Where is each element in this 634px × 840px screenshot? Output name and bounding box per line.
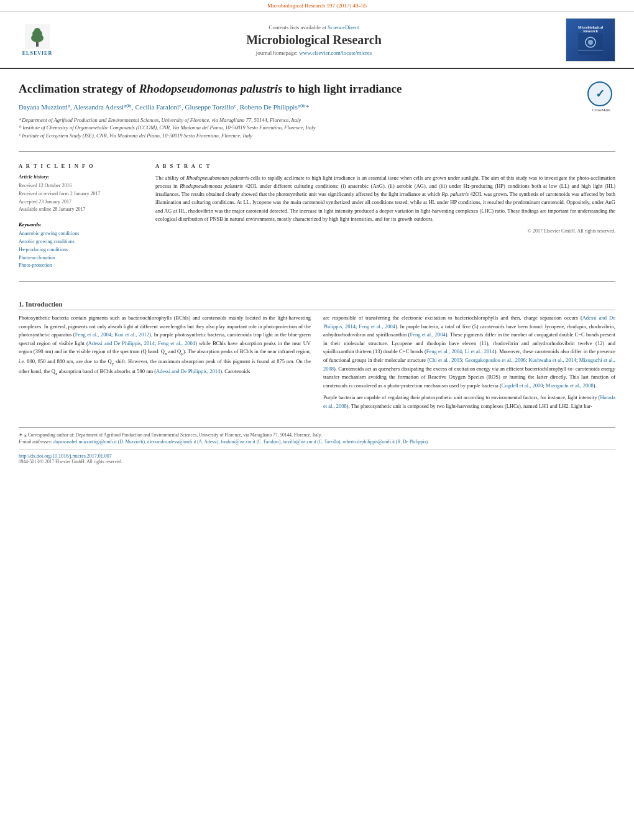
keywords-section: Keywords: Anaerobic growing conditions A… xyxy=(19,221,143,270)
article-info-panel: A R T I C L E I N F O Article history: R… xyxy=(19,163,143,270)
keyword-3: H₂-producing conditions xyxy=(19,246,143,254)
footnotes-section: ✶ ⁎ Corresponding author at: Department … xyxy=(19,427,615,465)
affiliation-c: ᶜ Institute of Ecosystem Study (ISE), CN… xyxy=(19,132,578,140)
abstract-divider xyxy=(19,281,615,282)
ref-kushwaha2014[interactable]: Kushwaha et al., 2014 xyxy=(528,357,576,363)
intro-two-column: Photosynthetic bacteria contain pigments… xyxy=(19,314,615,415)
info-abstract-section: A R T I C L E I N F O Article history: R… xyxy=(0,157,634,276)
history-accepted: Accepted 23 January 2017 xyxy=(19,198,143,206)
keyword-2: Aerobic growing conditions xyxy=(19,238,143,246)
corresponding-marker: ✶ xyxy=(19,432,24,438)
cover-graphic-icon xyxy=(578,33,603,55)
intro-col-right: are responsible of transferring the elec… xyxy=(323,314,615,415)
intro-para-left: Photosynthetic bacteria contain pigments… xyxy=(19,314,311,377)
email-links[interactable]: dayanaisabel.muzziottigi@unifi.it (D. Mu… xyxy=(53,439,429,445)
article-info-heading: A R T I C L E I N F O xyxy=(19,163,143,169)
ref-feng2004-5[interactable]: Feng et al., 2004 xyxy=(426,348,462,354)
journal-issue-info: Microbiological Research 197 (2017) 49–5… xyxy=(267,2,367,9)
intro-para-right-1: are responsible of transferring the elec… xyxy=(323,314,615,390)
abstract-panel: A B S T R A C T The ability of Rhodopseu… xyxy=(155,163,615,270)
ref-adessi2014-2[interactable]: Adessi and De Philippis, 2014 xyxy=(156,368,220,374)
ref-mizoguchi2008-2[interactable]: Mizoguchi et al., 2008 xyxy=(546,382,594,389)
doi-link[interactable]: http://dx.doi.org/10.1016/j.micres.2017.… xyxy=(19,453,112,459)
abstract-heading: A B S T R A C T xyxy=(155,163,615,169)
journal-title-block: Contents lists available at ScienceDirec… xyxy=(68,24,559,56)
intro-col-left: Photosynthetic bacteria contain pigments… xyxy=(19,314,311,415)
article-title: Acclimation strategy of Rhodopseudomonas… xyxy=(19,81,578,97)
footnote-divider xyxy=(19,449,615,450)
sciencedirect-link[interactable]: ScienceDirect xyxy=(328,24,359,30)
ref-georgakopoulou2006[interactable]: Georgakopoulou et al., 2006 xyxy=(465,357,526,363)
affiliation-b: ᵇ Institute of Chemistry of Organometall… xyxy=(19,124,578,132)
ref-chi2015[interactable]: Chi et al., 2015 xyxy=(429,357,462,363)
contents-available-line: Contents lists available at ScienceDirec… xyxy=(68,24,559,30)
ref-cogdell2000[interactable]: Cogdell et al., 2000 xyxy=(502,382,543,389)
journal-name: Microbiological Research xyxy=(68,33,559,47)
header-divider xyxy=(19,151,615,152)
ref-feng2004-3[interactable]: Feng et al., 2004 xyxy=(359,323,395,330)
crossmark-label: CrossMark xyxy=(587,108,615,112)
article-header: Acclimation strategy of Rhodopseudomonas… xyxy=(0,69,634,146)
intro-para-right-2: Purple bacteria are capable of regulatin… xyxy=(323,394,615,410)
main-content: 1. Introduction Photosynthetic bacteria … xyxy=(0,287,634,421)
history-online: Available online 28 January 2017 xyxy=(19,206,143,214)
ref-li2014[interactable]: Li et al., 2014 xyxy=(465,348,495,354)
crossmark-logo-block[interactable]: ✓ CrossMark xyxy=(587,81,615,109)
svg-point-7 xyxy=(588,40,593,45)
history-received: Received 12 October 2016 xyxy=(19,182,143,190)
intro-number: 1. xyxy=(19,300,24,308)
keyword-1: Anaerobic growing conditions xyxy=(19,230,143,238)
svg-point-4 xyxy=(34,28,40,33)
elsevier-logo: ELSEVIER xyxy=(22,24,52,56)
keyword-4: Photo-acclimation xyxy=(19,254,143,262)
email-label: E-mail addresses: xyxy=(19,439,52,445)
ref-adessi2014-1[interactable]: Adessi and De Philippis, 2014 xyxy=(88,340,155,346)
ref-feng2004-4[interactable]: Feng et al., 2004 xyxy=(410,331,445,338)
article-history-label: Article history: xyxy=(19,174,143,180)
journal-homepage-link[interactable]: www.elsevier.com/locate/micres xyxy=(299,50,372,56)
journal-homepage-line: journal homepage: www.elsevier.com/locat… xyxy=(68,50,559,56)
authors-line: Dayana Muzziottiᵃ, Alessandra Adessiᵃ⁰ᵇ,… xyxy=(19,103,578,111)
copyright-notice: © 2017 Elsevier GmbH. All rights reserve… xyxy=(155,228,615,234)
elsevier-logo-block: ELSEVIER xyxy=(12,24,62,56)
doi-line: http://dx.doi.org/10.1016/j.micres.2017.… xyxy=(19,453,615,459)
affiliations-block: ᵃ Department of Agrifood Production and … xyxy=(19,116,578,140)
crossmark-icon: ✓ xyxy=(587,81,612,106)
page: Microbiological Research 197 (2017) 49–5… xyxy=(0,0,634,840)
history-revised: Received in revised form 2 January 2017 xyxy=(19,190,143,198)
keywords-label: Keywords: xyxy=(19,221,143,228)
elsevier-tree-icon xyxy=(25,24,50,49)
ref-kuo2012[interactable]: Kuo et al., 2012 xyxy=(114,331,149,338)
issn-line: 0944-5013/© 2017 Elsevier GmbH. All righ… xyxy=(19,459,615,464)
affiliation-a: ᵃ Department of Agrifood Production and … xyxy=(19,116,578,124)
abstract-body: The ability of Rhodopseudomonas palustri… xyxy=(155,174,615,223)
journal-header: ELSEVIER Contents lists available at Sci… xyxy=(0,12,634,69)
ref-harada2008[interactable]: Harada et al., 2008 xyxy=(323,394,615,409)
corresponding-author-footnote: ✶ ⁎ Corresponding author at: Department … xyxy=(19,432,615,438)
intro-section-heading: 1. Introduction xyxy=(19,300,615,310)
email-footnote: E-mail addresses: dayanaisabel.muzziotti… xyxy=(19,438,615,445)
ref-feng2004-1[interactable]: Feng et al., 2004 xyxy=(75,331,111,338)
journal-cover-block: MicrobiologicalResearch xyxy=(566,18,622,62)
ref-feng2004-2[interactable]: Feng et al., 2004 xyxy=(158,340,195,346)
elsevier-brand-text: ELSEVIER xyxy=(22,50,52,56)
intro-title: Introduction xyxy=(25,300,63,308)
keyword-5: Photo-protection xyxy=(19,262,143,270)
article-title-block: Acclimation strategy of Rhodopseudomonas… xyxy=(19,81,578,140)
svg-rect-1 xyxy=(36,42,39,47)
top-banner: Microbiological Research 197 (2017) 49–5… xyxy=(0,0,634,12)
journal-cover-image: MicrobiologicalResearch xyxy=(566,18,615,62)
